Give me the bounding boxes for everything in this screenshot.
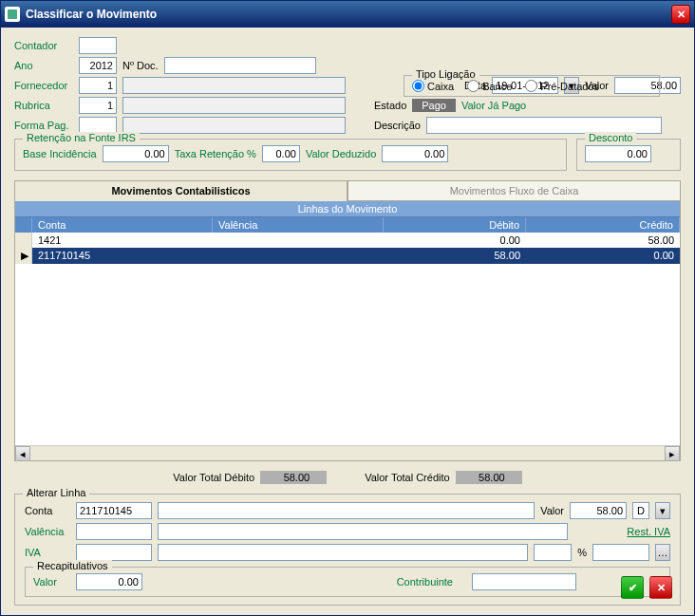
alt-dc-dropdown[interactable]: ▾ <box>655 502 670 519</box>
radio-predatados[interactable]: Pré-Datados <box>525 80 599 92</box>
alt-iva-code-input[interactable] <box>76 544 152 561</box>
close-button[interactable]: ✕ <box>671 5 690 24</box>
rubrica-label: Rubrica <box>14 100 73 111</box>
ano-label: Ano <box>14 60 73 71</box>
cancel-button[interactable]: ✕ <box>649 576 672 599</box>
descricao-label: Descrição <box>374 120 421 131</box>
contador-input[interactable] <box>79 37 117 54</box>
horizontal-scrollbar[interactable]: ◂ ▸ <box>15 445 680 460</box>
pct-symbol: % <box>577 547 587 558</box>
contribuinte-label: Contribuinte <box>397 576 453 588</box>
estado-label: Estado <box>374 100 406 111</box>
grid-body[interactable]: 1421 0.00 58.00 ▶ 211710145 58.00 0.00 <box>15 233 680 445</box>
deduzido-input[interactable] <box>382 145 448 162</box>
confirm-button[interactable]: ✔ <box>621 576 644 599</box>
recap-valor-input[interactable] <box>76 573 142 590</box>
base-input[interactable] <box>103 145 169 162</box>
base-label: Base Incidência <box>23 148 97 159</box>
grid-title: Linhas do Movimento <box>15 201 680 217</box>
table-row[interactable]: ▶ 211710145 58.00 0.00 <box>15 248 680 264</box>
alt-valor-label: Valor <box>540 505 564 516</box>
tipo-ligacao-group: Tipo Ligação Caixa Banco Pré-Datados <box>404 75 660 97</box>
contador-label: Contador <box>14 40 73 51</box>
table-row[interactable]: 1421 0.00 58.00 <box>15 233 680 248</box>
col-valencia: Valência <box>213 217 384 233</box>
alt-valor-input[interactable] <box>570 502 627 519</box>
taxa-input[interactable] <box>262 145 300 162</box>
window-title: Classificar o Movimento <box>26 8 671 21</box>
alt-valencia-code-input[interactable] <box>76 523 152 540</box>
formapag-label: Forma Pag. <box>14 120 73 131</box>
alterar-legend: Alterar Linha <box>23 487 89 498</box>
alt-iva-label: IVA <box>25 547 70 558</box>
radio-banco[interactable]: Banco <box>467 80 512 92</box>
formapag-name-input <box>122 117 346 134</box>
col-debito: Débito <box>384 217 526 233</box>
estado-badge: Pago <box>412 99 456 112</box>
rubrica-code-input[interactable] <box>79 97 117 114</box>
desconto-legend: Desconto <box>585 132 636 143</box>
contribuinte-input[interactable] <box>472 573 576 590</box>
deduzido-label: Valor Deduzido <box>306 148 376 159</box>
rest-iva-link[interactable]: Rest. IVA <box>627 526 670 537</box>
alt-conta-label: Conta <box>25 505 70 516</box>
ndoc-input[interactable] <box>164 57 316 74</box>
valor-ja-pago-label: Valor Já Pago <box>461 100 526 111</box>
app-icon <box>5 7 20 22</box>
total-credito-label: Valor Total Crédito <box>365 472 449 483</box>
scroll-left-button[interactable]: ◂ <box>15 446 30 461</box>
total-debito-value: 58.00 <box>260 471 327 484</box>
alt-dc-input[interactable] <box>632 502 649 519</box>
tab-movimentos-fluxo-caixa[interactable]: Movimentos Fluxo de Caixa <box>348 180 681 201</box>
alt-conta-input[interactable] <box>76 502 152 519</box>
alt-iva-pct-input[interactable] <box>534 544 572 561</box>
radio-caixa[interactable]: Caixa <box>412 80 454 92</box>
retencao-legend: Retenção na Fonte IRS <box>23 132 140 143</box>
ano-input[interactable] <box>79 57 117 74</box>
alt-iva-desc-input[interactable] <box>158 544 528 561</box>
scroll-right-button[interactable]: ▸ <box>665 446 680 461</box>
taxa-label: Taxa Retenção % <box>175 148 256 159</box>
desconto-input[interactable] <box>585 145 651 162</box>
rubrica-name-input <box>122 97 346 114</box>
total-credito-value: 58.00 <box>456 471 522 484</box>
fornecedor-label: Fornecedor <box>14 80 73 91</box>
col-conta: Conta <box>32 217 213 233</box>
fornecedor-code-input[interactable] <box>79 77 117 94</box>
alt-valencia-label: Valência <box>25 526 70 537</box>
alt-iva-extra-input[interactable] <box>592 544 649 561</box>
recap-valor-label: Valor <box>33 576 57 588</box>
alt-conta-desc-input[interactable] <box>158 502 535 519</box>
alt-iva-lookup-button[interactable]: … <box>655 544 670 561</box>
recap-legend: Recapitulativos <box>33 560 112 571</box>
col-credito: Crédito <box>526 217 680 233</box>
grid-header: Conta Valência Débito Crédito <box>15 217 680 233</box>
ndoc-label: Nº Doc. <box>122 60 159 71</box>
fornecedor-name-input <box>122 77 346 94</box>
alt-valencia-desc-input[interactable] <box>158 523 568 540</box>
tab-movimentos-contabilisticos[interactable]: Movimentos Contabilisticos <box>14 180 348 201</box>
total-debito-label: Valor Total Débito <box>173 472 254 483</box>
